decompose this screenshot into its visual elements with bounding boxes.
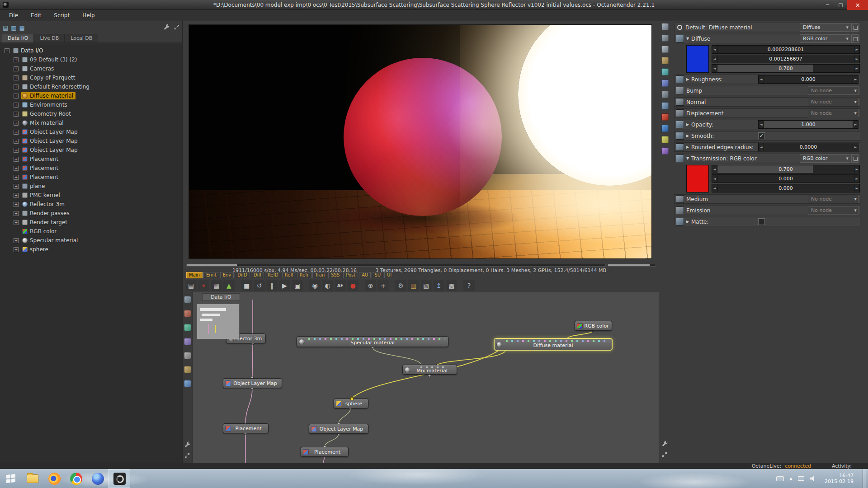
node-graph[interactable]: Data I/O Reflector 3m Specular material … xyxy=(183,292,659,463)
tree-item[interactable]: +Cameras xyxy=(0,64,182,73)
diffuse-color-swatch[interactable] xyxy=(686,45,709,73)
node-palette-icon[interactable] xyxy=(661,46,669,53)
expand-plus-icon[interactable]: + xyxy=(14,139,19,144)
network-icon[interactable] xyxy=(798,476,804,481)
expand-plus-icon[interactable]: + xyxy=(14,103,19,108)
expand-plus-icon[interactable]: + xyxy=(14,247,19,252)
tree-item[interactable]: +Environments xyxy=(0,100,182,109)
pass-tab-tran[interactable]: Tran xyxy=(312,272,327,278)
tree-item[interactable]: +Mix material xyxy=(0,118,182,127)
title-bar[interactable]: *D:\Documents\00 model exp imp\0 ocs\0 T… xyxy=(0,0,868,10)
tree-view-icon[interactable]: ▤ xyxy=(3,24,8,31)
opacity-slider[interactable]: ◄1.000► xyxy=(758,120,859,129)
tree-item[interactable]: +Default Rendersetting xyxy=(0,82,182,91)
node-palette-icon[interactable] xyxy=(661,34,669,42)
expand-plus-icon[interactable]: + xyxy=(14,84,19,89)
slider-left-arrow[interactable]: ◄ xyxy=(759,75,764,83)
tab-local-db[interactable]: Local DB xyxy=(65,34,98,42)
input-pins[interactable] xyxy=(420,366,446,369)
graph-node-placement[interactable]: Placement xyxy=(301,447,349,457)
graph-node-specular-material[interactable]: Specular material xyxy=(297,336,448,347)
expand-plus-icon[interactable]: + xyxy=(14,238,19,243)
expand-plus-icon[interactable]: + xyxy=(14,130,19,135)
tree-item[interactable]: +Placement xyxy=(0,155,182,164)
render-region-icon[interactable]: ▦ xyxy=(211,280,222,291)
expand-icon[interactable] xyxy=(662,452,667,459)
node-menu-button[interactable] xyxy=(851,34,859,43)
smooth-checkbox[interactable]: ✓ xyxy=(758,132,765,139)
menu-script[interactable]: Script xyxy=(47,11,76,20)
pass-tab-emit[interactable]: Emit xyxy=(203,272,219,278)
expand-plus-icon[interactable]: + xyxy=(14,94,19,99)
pass-tab-env[interactable]: Env xyxy=(220,272,234,278)
expand-icon[interactable] xyxy=(174,24,179,31)
highlighted-pin[interactable] xyxy=(350,397,354,400)
graph-tab[interactable]: Data I/O xyxy=(202,293,240,301)
firefox-button[interactable] xyxy=(43,469,65,488)
render-priority-icon[interactable]: ▲ xyxy=(223,280,235,291)
restart-icon[interactable]: ↺ xyxy=(254,280,265,291)
expand-plus-icon[interactable]: + xyxy=(14,175,19,180)
stop-icon[interactable]: ■ xyxy=(241,280,252,291)
pass-tab-sss[interactable]: SSS xyxy=(328,272,342,278)
pass-tab-main[interactable]: Main xyxy=(186,272,203,278)
export-render-icon[interactable]: ↥ xyxy=(433,280,444,291)
octane-taskbar-button[interactable] xyxy=(108,469,130,488)
tree-item[interactable]: RGB color xyxy=(0,227,182,236)
slider-right-arrow[interactable]: ► xyxy=(853,143,858,151)
expand-plus-icon[interactable]: + xyxy=(14,75,19,80)
speaker-icon[interactable] xyxy=(810,476,816,481)
save-image-icon[interactable]: ▧ xyxy=(420,280,432,291)
expand-icon[interactable] xyxy=(184,453,190,460)
expand-plus-icon[interactable]: + xyxy=(14,121,19,126)
tree-root[interactable]: -Data I/O xyxy=(0,46,182,55)
tree-item-selected[interactable]: +Diffuse material xyxy=(0,91,182,100)
start-button[interactable] xyxy=(0,469,22,488)
tab-live-db[interactable]: Live DB xyxy=(34,34,65,42)
play-icon[interactable]: ▶ xyxy=(279,280,290,291)
node-palette-icon[interactable] xyxy=(661,68,669,75)
collapse-triangle-icon[interactable]: ▼ xyxy=(686,37,691,41)
tray-expand-icon[interactable]: ▲ xyxy=(789,476,793,481)
list-view-icon[interactable]: ▥ xyxy=(11,24,16,31)
slider-left-arrow[interactable]: ◄ xyxy=(712,165,717,173)
transmission-b-slider[interactable]: ◄0.000► xyxy=(712,184,860,192)
focus-picker-icon[interactable]: ◉ xyxy=(309,280,321,291)
graph-tool-icon[interactable] xyxy=(184,338,191,345)
expand-plus-icon[interactable]: + xyxy=(14,66,19,71)
graph-tool-icon[interactable] xyxy=(184,324,191,331)
keyboard-icon[interactable] xyxy=(776,476,784,481)
collapse-triangle-icon[interactable]: ▼ xyxy=(686,156,691,160)
pass-tab-su[interactable]: SU xyxy=(372,272,383,278)
node-palette-icon[interactable] xyxy=(661,136,669,143)
input-pins[interactable] xyxy=(505,340,608,343)
material-type-combo[interactable]: Diffuse▼ xyxy=(800,23,850,32)
pass-tab-refd[interactable]: RefD xyxy=(265,272,281,278)
node-palette-icon[interactable] xyxy=(661,125,669,132)
transmission-color-swatch[interactable] xyxy=(686,165,709,192)
node-palette-icon[interactable] xyxy=(661,102,669,109)
tree-item[interactable]: +Geometry Root xyxy=(0,109,182,118)
graph-tool-icon[interactable] xyxy=(184,296,191,303)
medium-node-combo[interactable]: No node▼ xyxy=(808,195,859,203)
slider-right-arrow[interactable]: ► xyxy=(854,165,859,173)
grid-view-icon[interactable]: ▦ xyxy=(19,24,25,31)
slider-left-arrow[interactable]: ◄ xyxy=(712,184,717,192)
menu-edit[interactable]: Edit xyxy=(24,11,47,20)
expand-plus-icon[interactable]: + xyxy=(14,184,19,189)
taskbar-clock[interactable]: 16:47 2015-02-19 xyxy=(821,473,854,484)
displacement-node-combo[interactable]: No node▼ xyxy=(808,109,859,117)
pass-tab-difi[interactable]: DifI xyxy=(251,272,264,278)
input-pins[interactable] xyxy=(308,338,444,340)
white-balance-icon[interactable]: ◐ xyxy=(322,280,333,291)
expand-triangle-icon[interactable]: ▶ xyxy=(686,134,691,138)
tree-item[interactable]: +Placement xyxy=(0,164,182,173)
settings-gear-icon[interactable]: ⚙ xyxy=(395,280,406,291)
tree-item[interactable]: +Placement xyxy=(0,173,182,182)
show-image-icon[interactable]: ▩ xyxy=(446,280,457,291)
slider-right-arrow[interactable]: ► xyxy=(854,55,859,63)
pass-tab-difd[interactable]: DifD xyxy=(235,272,250,278)
graph-node-mix-material[interactable]: Mix material xyxy=(402,365,457,375)
slider-right-arrow[interactable]: ► xyxy=(853,121,858,128)
diffuse-g-slider[interactable]: ◄0.001256697► xyxy=(712,55,860,63)
